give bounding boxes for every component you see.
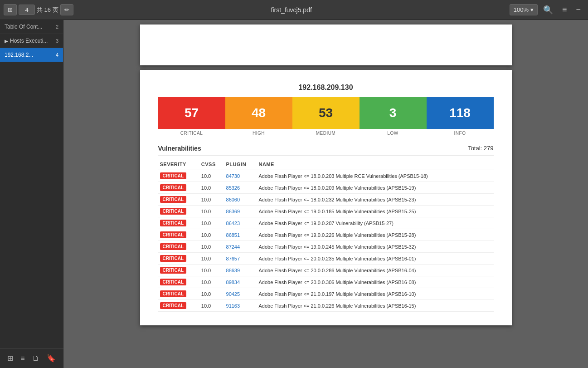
cvss-value: 10.0 xyxy=(199,229,224,241)
cvss-value: 10.0 xyxy=(199,241,224,253)
sidebar-page-icon[interactable]: 🗋 xyxy=(30,353,41,364)
pdf-viewer[interactable]: 192.168.209.130 57 48 53 3 xyxy=(63,20,588,368)
vulnerabilities-table: SEVERITY CVSS PLUGIN NAME CRITICAL10.084… xyxy=(158,159,494,312)
sidebar-item[interactable]: Table Of Cont...2 xyxy=(0,20,63,34)
table-row: CRITICAL10.091163Adobe Flash Player <= 2… xyxy=(158,300,494,312)
cvss-value: 10.0 xyxy=(199,300,224,312)
sidebar-grid-icon[interactable]: ⊞ xyxy=(5,352,15,364)
severity-medium-cell: 53 xyxy=(292,97,360,129)
plugin-link[interactable]: 87657 xyxy=(226,256,240,261)
severity-badge: CRITICAL xyxy=(160,231,187,238)
cvss-value: 10.0 xyxy=(199,217,224,229)
table-row: CRITICAL10.084730Adobe Flash Player <= 1… xyxy=(158,170,494,182)
cvss-value: 10.0 xyxy=(199,253,224,265)
severity-badge: CRITICAL xyxy=(160,267,187,274)
severity-badge: CRITICAL xyxy=(160,208,187,215)
search-button[interactable]: 🔍 xyxy=(539,3,557,17)
zoom-dropdown-icon: ▾ xyxy=(530,6,534,13)
severity-low-cell: 3 xyxy=(360,97,427,129)
minus-icon: − xyxy=(576,5,581,14)
sidebar-list-icon[interactable]: ≡ xyxy=(19,353,26,364)
plugin-link[interactable]: 86851 xyxy=(226,232,240,238)
table-row: CRITICAL10.086369Adobe Flash Player <= 1… xyxy=(158,206,494,217)
grid-icon: ⊞ xyxy=(8,6,13,13)
ip-address-title: 192.168.209.130 xyxy=(158,83,494,92)
plugin-link[interactable]: 86369 xyxy=(226,209,240,214)
triangle-icon: ▶ xyxy=(5,39,8,44)
severity-badge: CRITICAL xyxy=(160,279,187,285)
cvss-value: 10.0 xyxy=(199,170,224,182)
col-name: NAME xyxy=(257,159,493,170)
zoom-level: 100% xyxy=(514,6,529,13)
vulnerability-name: Adobe Flash Player <= 18.0.0.203 Multipl… xyxy=(257,170,493,182)
sidebar-bookmark-icon[interactable]: 🔖 xyxy=(45,352,58,364)
vulnerabilities-header: Vulnerabilities Total: 279 xyxy=(158,145,494,152)
vulnerabilities-total: Total: 279 xyxy=(468,145,493,152)
pdf-page-top xyxy=(140,25,512,65)
main-area: Table Of Cont...2▶Hosts Executi...3192.1… xyxy=(0,20,588,368)
menu-icon: ≡ xyxy=(562,5,567,14)
cvss-value: 10.0 xyxy=(199,182,224,194)
sidebar-item-label: Hosts Executi... xyxy=(10,38,54,44)
info-label: INFO xyxy=(427,131,494,136)
sidebar-bottom-toolbar: ⊞ ≡ 🗋 🔖 xyxy=(0,348,63,368)
severity-info-cell: 118 xyxy=(427,97,494,129)
cvss-value: 10.0 xyxy=(199,206,224,217)
document-title: first_fuvcj5.pdf xyxy=(75,6,508,14)
plugin-link[interactable]: 84730 xyxy=(226,173,240,179)
info-count: 118 xyxy=(449,106,471,120)
vulnerability-name: Adobe Flash Player <= 21.0.0.226 Multipl… xyxy=(257,300,493,312)
plugin-link[interactable]: 91163 xyxy=(226,303,240,309)
table-row: CRITICAL10.088639Adobe Flash Player <= 2… xyxy=(158,265,494,276)
sidebar-item[interactable]: 192.168.2...4 xyxy=(0,48,63,62)
grid-view-button[interactable]: ⊞ xyxy=(4,4,17,15)
plugin-link[interactable]: 88639 xyxy=(226,268,240,273)
cvss-value: 10.0 xyxy=(199,265,224,276)
severity-bar: 57 48 53 3 118 xyxy=(158,97,494,129)
plugin-link[interactable]: 89834 xyxy=(226,280,240,285)
severity-badge: CRITICAL xyxy=(160,172,187,179)
low-label: LOW xyxy=(360,131,427,136)
plugin-link[interactable]: 86060 xyxy=(226,197,240,202)
zoom-out-button[interactable]: − xyxy=(572,3,584,16)
severity-badge: CRITICAL xyxy=(160,255,187,262)
vulnerability-name: Adobe Flash Player <= 19.0.0.185 Multipl… xyxy=(257,206,493,217)
zoom-selector[interactable]: 100% ▾ xyxy=(510,4,538,15)
sidebar-item-label: 192.168.2... xyxy=(5,52,54,58)
pdf-page-main: 192.168.209.130 57 48 53 3 xyxy=(140,70,512,325)
sidebar-item-num: 3 xyxy=(56,38,58,44)
critical-count: 57 xyxy=(185,106,199,120)
plugin-link[interactable]: 87244 xyxy=(226,244,240,250)
page-total: 共 16 页 xyxy=(37,6,58,14)
high-label: HIGH xyxy=(225,131,292,136)
sidebar-item[interactable]: ▶Hosts Executi...3 xyxy=(0,34,63,48)
vulnerabilities-title: Vulnerabilities xyxy=(158,145,201,152)
vulnerability-name: Adobe Flash Player <= 19.0.0.245 Multipl… xyxy=(257,241,493,253)
vulnerability-name: Adobe Flash Player <= 19.0.0.226 Multipl… xyxy=(257,229,493,241)
medium-label: MEDIUM xyxy=(292,131,360,136)
edit-button[interactable]: ✏ xyxy=(60,4,73,15)
page-content: 192.168.209.130 57 48 53 3 xyxy=(140,70,512,325)
plugin-link[interactable]: 86423 xyxy=(226,221,240,226)
sidebar-panel: Table Of Cont...2▶Hosts Executi...3192.1… xyxy=(0,20,63,368)
table-row: CRITICAL10.089834Adobe Flash Player <= 2… xyxy=(158,276,494,288)
vulnerability-name: Adobe Flash Player <= 20.0.0.286 Multipl… xyxy=(257,265,493,276)
table-row: CRITICAL10.090425Adobe Flash Player <= 2… xyxy=(158,288,494,300)
severity-badge: CRITICAL xyxy=(160,243,187,250)
table-row: CRITICAL10.087657Adobe Flash Player <= 2… xyxy=(158,253,494,265)
table-row: CRITICAL10.086851Adobe Flash Player <= 1… xyxy=(158,229,494,241)
sidebar-item-num: 2 xyxy=(56,24,58,29)
menu-button[interactable]: ≡ xyxy=(559,3,571,16)
table-header-row: SEVERITY CVSS PLUGIN NAME xyxy=(158,159,494,170)
plugin-link[interactable]: 90425 xyxy=(226,291,240,297)
critical-label: CRITICAL xyxy=(158,131,225,136)
page-number-input[interactable]: 4 xyxy=(19,5,35,15)
sidebar-item-label: Table Of Cont... xyxy=(5,24,54,30)
plugin-link[interactable]: 85326 xyxy=(226,185,240,191)
low-count: 3 xyxy=(389,106,397,120)
cvss-value: 10.0 xyxy=(199,194,224,206)
divider-top xyxy=(158,156,494,156)
col-cvss: CVSS xyxy=(199,159,224,170)
vulnerability-name: Adobe Flash Player <= 18.0.0.232 Multipl… xyxy=(257,194,493,206)
severity-badge: CRITICAL xyxy=(160,220,187,226)
